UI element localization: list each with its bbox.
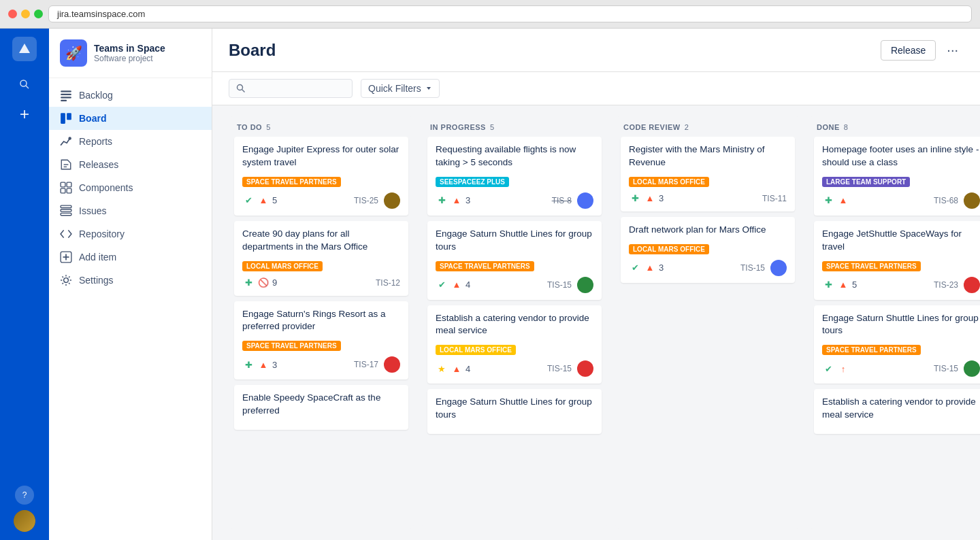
card-meta: TIS-68 bbox=[934, 192, 980, 209]
card-footer: ✚ ▲ 3 TIS-11 bbox=[629, 192, 787, 205]
repository-icon bbox=[60, 228, 72, 240]
card-avatar bbox=[964, 360, 980, 377]
card-footer: ✚ ▲ 3 TIS-17 bbox=[242, 356, 400, 373]
sidebar-item-backlog[interactable]: Backlog bbox=[49, 84, 212, 107]
column-todo-cards: Engage Jupiter Express for outer solar s… bbox=[229, 137, 414, 529]
card-footer: ✔ ▲ 4 TIS-15 bbox=[436, 277, 593, 293]
sidebar-item-repository[interactable]: Repository bbox=[49, 222, 212, 246]
quick-filters-button[interactable]: Quick Filters bbox=[361, 79, 440, 98]
search-input[interactable] bbox=[250, 83, 345, 94]
more-options-button[interactable]: ··· bbox=[941, 39, 964, 61]
search-rail-icon[interactable] bbox=[12, 72, 37, 97]
card-tis12[interactable]: Create 90 day plans for all departments … bbox=[234, 221, 408, 296]
sidebar-item-components[interactable]: Components bbox=[49, 176, 212, 199]
card-tis11[interactable]: Register with the Mars Ministry of Reven… bbox=[621, 137, 795, 212]
card-inprogress-4[interactable]: Engage Saturn Shuttle Lines for group to… bbox=[427, 389, 602, 434]
card-catering-inprogress[interactable]: Establish a catering vendor to provide m… bbox=[427, 305, 602, 384]
svg-rect-6 bbox=[61, 97, 71, 98]
create-rail-icon[interactable] bbox=[12, 102, 37, 126]
svg-rect-13 bbox=[61, 182, 65, 187]
backlog-label: Backlog bbox=[79, 90, 113, 101]
svg-rect-8 bbox=[61, 113, 65, 124]
svg-rect-14 bbox=[67, 182, 71, 187]
card-label: LOCAL MARS OFFICE bbox=[629, 177, 709, 187]
card-id: TIS-68 bbox=[934, 196, 958, 205]
svg-rect-18 bbox=[61, 209, 71, 212]
card-tis15-inprogress[interactable]: Engage Saturn Shuttle Lines for group to… bbox=[427, 221, 602, 300]
address-bar[interactable]: jira.teamsinspace.com bbox=[48, 5, 972, 22]
help-icon[interactable]: ? bbox=[15, 486, 34, 505]
card-label: SPACE TRAVEL PARTNERS bbox=[822, 345, 921, 355]
priority-icon: ▲ bbox=[451, 279, 463, 291]
card-title: Register with the Mars Ministry of Reven… bbox=[629, 144, 787, 169]
card-done-4[interactable]: Establish a catering vendor to provide m… bbox=[814, 389, 980, 434]
card-footer: ✚ ▲ TIS-68 bbox=[822, 192, 980, 209]
card-label: LOCAL MARS OFFICE bbox=[242, 261, 323, 271]
story-icon: ✚ bbox=[436, 195, 448, 207]
card-todo-4[interactable]: Enable Speedy SpaceCraft as the preferre… bbox=[234, 385, 408, 430]
card-icons: ✚ 🚫 9 bbox=[242, 277, 277, 289]
card-tis8[interactable]: Requesting available flights is now taki… bbox=[427, 137, 602, 216]
card-tis25[interactable]: Engage Jupiter Express for outer solar s… bbox=[234, 137, 408, 216]
column-done-cards: Homepage footer uses an inline style - s… bbox=[808, 137, 980, 529]
card-icons: ✔ ↑ bbox=[822, 362, 849, 375]
card-title: Homepage footer uses an inline style - s… bbox=[822, 144, 980, 169]
column-inprogress: IN PROGRESS 5 Requesting available fligh… bbox=[422, 116, 607, 529]
sidebar-item-issues[interactable]: Issues bbox=[49, 199, 212, 222]
app-container: ? 🚀 Teams in Space Software project Back… bbox=[0, 29, 980, 540]
card-title: Engage Jupiter Express for outer solar s… bbox=[242, 144, 400, 169]
card-icons: ✚ ▲ 3 bbox=[242, 358, 277, 371]
sidebar-item-releases[interactable]: Releases bbox=[49, 153, 212, 176]
card-icons: ✚ ▲ 3 bbox=[629, 192, 664, 205]
card-avatar bbox=[964, 192, 980, 209]
maximize-dot[interactable] bbox=[34, 10, 43, 18]
sidebar-item-add-item[interactable]: Add item bbox=[49, 246, 212, 269]
sidebar-item-settings[interactable]: Settings bbox=[49, 269, 212, 292]
card-avatar bbox=[577, 360, 593, 377]
card-count: 3 bbox=[272, 360, 277, 370]
user-avatar-rail[interactable] bbox=[14, 510, 35, 532]
card-label: SPACE TRAVEL PARTNERS bbox=[436, 261, 534, 271]
column-done: DONE 8 Homepage footer uses an inline st… bbox=[808, 116, 980, 529]
main-header: Board Release ··· bbox=[212, 29, 980, 72]
story-icon: ✚ bbox=[822, 279, 834, 291]
story-icon: ★ bbox=[436, 362, 448, 375]
column-done-count: 8 bbox=[844, 123, 848, 131]
svg-point-10 bbox=[68, 137, 71, 140]
card-label: SPACE TRAVEL PARTNERS bbox=[242, 341, 341, 351]
board-columns: TO DO 5 Engage Jupiter Express for outer… bbox=[229, 116, 977, 529]
card-tis68[interactable]: Homepage footer uses an inline style - s… bbox=[814, 137, 980, 216]
card-id: TIS-23 bbox=[934, 280, 958, 290]
app-logo bbox=[12, 37, 37, 61]
svg-rect-7 bbox=[61, 100, 67, 101]
card-icons: ✔ ▲ 3 bbox=[629, 262, 664, 274]
release-button[interactable]: Release bbox=[881, 40, 936, 61]
add-item-icon bbox=[60, 251, 72, 263]
reports-icon bbox=[60, 135, 72, 148]
sidebar-item-board[interactable]: Board bbox=[49, 107, 212, 130]
card-tis17[interactable]: Engage Saturn's Rings Resort as a prefer… bbox=[234, 301, 408, 380]
sidebar: 🚀 Teams in Space Software project Backlo… bbox=[49, 29, 212, 540]
column-todo-title: TO DO bbox=[237, 123, 262, 131]
check-icon: ✔ bbox=[436, 279, 448, 291]
story-icon: ✚ bbox=[822, 195, 834, 207]
card-id: TIS-12 bbox=[376, 278, 400, 288]
search-box[interactable] bbox=[229, 79, 353, 98]
issues-label: Issues bbox=[79, 205, 106, 216]
sidebar-item-reports[interactable]: Reports bbox=[49, 130, 212, 153]
card-tis15-codereview[interactable]: Draft network plan for Mars Office LOCAL… bbox=[621, 217, 795, 283]
card-id: TIS-25 bbox=[354, 196, 378, 205]
priority-icon: ▲ bbox=[644, 262, 656, 274]
card-count: 5 bbox=[852, 280, 857, 290]
card-avatar bbox=[384, 356, 400, 373]
card-tis15-done[interactable]: Engage Saturn Shuttle Lines for group to… bbox=[814, 305, 980, 384]
chevron-down-icon bbox=[425, 85, 432, 92]
priority-icon: ▲ bbox=[837, 195, 849, 207]
card-tis23[interactable]: Engage JetShuttle SpaceWays for travel S… bbox=[814, 221, 980, 300]
minimize-dot[interactable] bbox=[21, 10, 30, 18]
close-dot[interactable] bbox=[8, 10, 17, 18]
card-icons: ✚ ▲ 5 bbox=[822, 279, 857, 291]
page-title: Board bbox=[229, 41, 276, 60]
header-actions: Release ··· bbox=[881, 39, 964, 61]
card-label: LARGE TEAM SUPPORT bbox=[822, 177, 910, 187]
